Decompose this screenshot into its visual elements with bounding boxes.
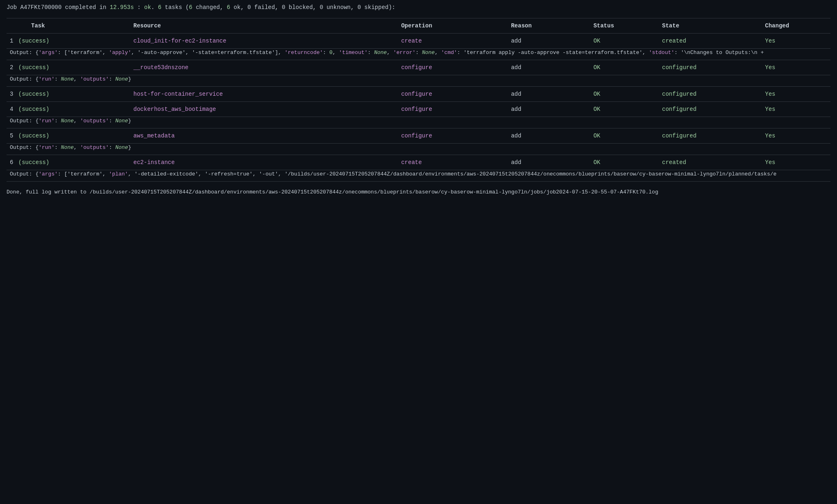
table-row: 1 (success)cloud_init-for-ec2-instancecr… (7, 34, 830, 49)
status-cell: OK (590, 60, 659, 75)
dot: . (151, 4, 158, 11)
operation-val: configure (401, 106, 432, 112)
unknown-label: unknown, (323, 4, 357, 11)
reason-val: add (511, 159, 521, 166)
resource-cell: cloud_init-for-ec2-instance (130, 34, 398, 49)
tasks-table: Task Resource Operation Reason Status St… (7, 18, 830, 182)
state-cell: configured (659, 128, 762, 144)
state-cell: created (659, 34, 762, 49)
table-header-row: Task Resource Operation Reason Status St… (7, 18, 830, 34)
status-val: OK (593, 159, 600, 166)
reason-cell: add (508, 34, 590, 49)
task-num: 3 (10, 91, 13, 97)
reason-val: add (511, 133, 521, 139)
resource-name: host-for-container_service (133, 91, 223, 97)
state-val: created (662, 38, 686, 44)
state-cell: created (659, 155, 762, 170)
failed-label: failed, (251, 4, 282, 11)
resource-cell: aws_metadata (130, 128, 398, 144)
resource-name: __route53dnszone (133, 64, 188, 71)
task-success: (success) (18, 38, 50, 44)
reason-cell: add (508, 87, 590, 102)
task-cell: 3 (success) (7, 87, 130, 102)
failed-count: 0 (247, 4, 251, 11)
resource-cell: ec2-instance (130, 155, 398, 170)
status-cell: OK (590, 34, 659, 49)
changed-cell: Yes (762, 128, 830, 144)
col-resource: Resource (130, 18, 398, 34)
table-row: 5 (success)aws_metadataconfigureaddOKcon… (7, 128, 830, 144)
state-cell: configured (659, 60, 762, 75)
table-row: 3 (success)host-for-container_servicecon… (7, 87, 830, 102)
operation-cell: create (398, 155, 508, 170)
job-time: 12.953s (110, 4, 134, 11)
operation-val: create (401, 38, 422, 44)
status-cell: OK (590, 155, 659, 170)
job-id: A47FKt700000 (20, 4, 62, 11)
status-cell: OK (590, 128, 659, 144)
unknown-count: 0 (320, 4, 323, 11)
state-cell: configured (659, 102, 762, 117)
reason-val: add (511, 38, 521, 44)
operation-val: configure (401, 64, 432, 71)
operation-cell: configure (398, 87, 508, 102)
blocked-count: 0 (282, 4, 285, 11)
reason-val: add (511, 91, 521, 97)
changed-val: Yes (765, 91, 775, 97)
state-val: configured (662, 91, 697, 97)
changed-val: Yes (765, 64, 775, 71)
reason-val: add (511, 106, 521, 112)
operation-val: configure (401, 91, 432, 97)
status-val: OK (593, 133, 600, 139)
col-changed: Changed (762, 18, 830, 34)
job-label: Job (7, 4, 20, 11)
status-cell: OK (590, 102, 659, 117)
output-cell: Output: {'args': ['terraform', 'plan', '… (7, 170, 830, 182)
output-cell: Output: {'run': None, 'outputs': None} (7, 144, 830, 155)
resource-name: cloud_init-for-ec2-instance (133, 38, 226, 44)
completed-in: completed in (65, 4, 110, 11)
operation-val: create (401, 159, 422, 166)
ok-label: ok, (230, 4, 247, 11)
changed-val: Yes (765, 106, 775, 112)
blocked-label: blocked, (285, 4, 320, 11)
resource-name: aws_metadata (133, 133, 175, 139)
state-val: created (662, 159, 686, 166)
output-row: Output: {'args': ['terraform', 'plan', '… (7, 170, 830, 182)
task-cell: 6 (success) (7, 155, 130, 170)
task-num: 6 (10, 159, 13, 166)
tasks-count: 6 (158, 4, 161, 11)
changed-val: Yes (765, 159, 775, 166)
reason-cell: add (508, 128, 590, 144)
changed-label: changed, (192, 4, 227, 11)
resource-cell: dockerhost_aws_bootimage (130, 102, 398, 117)
status-val: OK (593, 91, 600, 97)
table-row: 4 (success)dockerhost_aws_bootimageconfi… (7, 102, 830, 117)
changed-count: 6 (189, 4, 192, 11)
output-row: Output: {'run': None, 'outputs': None} (7, 144, 830, 155)
state-val: configured (662, 106, 697, 112)
state-val: configured (662, 64, 697, 71)
done-line: Done, full log written to /builds/user-2… (7, 189, 830, 195)
resource-name: ec2-instance (133, 159, 175, 166)
operation-cell: configure (398, 60, 508, 75)
col-operation: Operation (398, 18, 508, 34)
header-line: Job A47FKt700000 completed in 12.953s : … (7, 4, 830, 11)
state-cell: configured (659, 87, 762, 102)
ok-count: 6 (227, 4, 230, 11)
task-success: (success) (18, 106, 50, 112)
colon: : (137, 4, 144, 11)
changed-val: Yes (765, 133, 775, 139)
operation-cell: create (398, 34, 508, 49)
reason-cell: add (508, 102, 590, 117)
changed-cell: Yes (762, 155, 830, 170)
col-task: Task (7, 18, 130, 34)
changed-cell: Yes (762, 60, 830, 75)
skipped-label: skipped): (361, 4, 395, 11)
output-row: Output: {'args': ['terraform', 'apply', … (7, 49, 830, 60)
operation-cell: configure (398, 128, 508, 144)
task-cell: 1 (success) (7, 34, 130, 49)
status-cell: OK (590, 87, 659, 102)
output-row: Output: {'run': None, 'outputs': None} (7, 117, 830, 128)
state-val: configured (662, 133, 697, 139)
